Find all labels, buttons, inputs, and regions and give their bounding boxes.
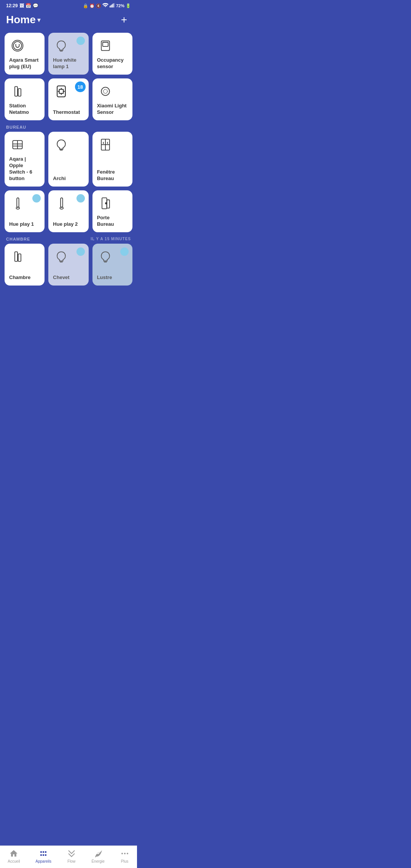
svg-rect-39 <box>107 200 109 208</box>
hue-play1-label: Hue play 1 <box>9 221 40 228</box>
hue-lamp-icon <box>53 37 70 54</box>
gallery-icon: 🖼 <box>19 3 24 8</box>
page-title[interactable]: Home ▾ <box>6 14 40 26</box>
aqara-opple-icon <box>9 136 26 153</box>
fenetre-bureau-label: Fenêtre Bureau <box>97 169 128 182</box>
chambre-grid: Chambre Chevet Lustre <box>0 244 137 286</box>
occupancy-icon <box>97 37 114 54</box>
svg-rect-16 <box>59 89 64 94</box>
station-netatmo-label: Station Netatmo <box>9 103 40 116</box>
hue-play1-toggle[interactable] <box>32 194 41 203</box>
chambre-icon <box>9 248 26 265</box>
thermostat-label: Thermostat <box>53 109 84 116</box>
status-time: 12:29 🖼 📅 💬 <box>6 3 38 8</box>
svg-rect-13 <box>15 86 18 96</box>
hue-play2-toggle[interactable] <box>76 194 85 203</box>
svg-point-22 <box>103 89 107 94</box>
bureau-grid: Aqara | Opple Switch - 6 button Archi Fe… <box>0 132 137 232</box>
device-card-fenetre-bureau[interactable]: Fenêtre Bureau <box>92 132 132 187</box>
device-card-occupancy[interactable]: Occupancy sensor <box>92 33 132 75</box>
aqara-plug-label: Aqara Smart plug (EU) <box>9 57 40 70</box>
chevron-down-icon: ▾ <box>37 16 40 24</box>
device-card-xiaomi-light[interactable]: Xiaomi Light Sensor <box>92 78 132 120</box>
station-netatmo-icon <box>9 83 26 100</box>
lustre-toggle[interactable] <box>120 247 129 256</box>
device-card-thermostat[interactable]: 18 Thermostat <box>48 78 88 120</box>
alarm-icon: ⏰ <box>89 3 95 8</box>
chambre-section-label: CHAMBRE IL Y A 15 MINUTES <box>0 232 137 244</box>
lustre-label: Lustre <box>97 274 128 281</box>
device-card-hue-white-lamp[interactable]: Hue white lamp 1 <box>48 33 88 75</box>
aqara-plug-icon <box>9 37 26 54</box>
device-card-hue-play-2[interactable]: Hue play 2 <box>48 190 88 232</box>
svg-rect-4 <box>114 3 115 7</box>
svg-rect-0 <box>110 6 110 7</box>
device-card-aqara-opple[interactable]: Aqara | Opple Switch - 6 button <box>5 132 45 187</box>
add-button[interactable]: + <box>117 13 131 27</box>
svg-point-35 <box>16 207 19 209</box>
svg-point-6 <box>13 41 22 50</box>
status-indicators: 🔒 ⏰ 🔇 72% 🔋 <box>83 3 131 8</box>
hue-play2-icon <box>53 195 70 212</box>
time-display: 12:29 <box>6 3 18 8</box>
battery-icon: 🔋 <box>126 3 131 8</box>
xiaomi-light-label: Xiaomi Light Sensor <box>97 103 128 116</box>
device-card-lustre[interactable]: Lustre <box>92 244 132 286</box>
lustre-icon <box>97 248 114 265</box>
svg-rect-12 <box>102 42 108 46</box>
svg-rect-14 <box>18 89 21 96</box>
wifi-icon <box>102 3 108 8</box>
svg-rect-34 <box>17 198 19 207</box>
svg-rect-1 <box>111 5 112 7</box>
thermostat-icon <box>53 83 70 100</box>
calendar-icon: 📅 <box>25 3 31 8</box>
device-card-chevet[interactable]: Chevet <box>48 244 88 286</box>
archi-label: Archi <box>53 176 84 182</box>
signal-icon <box>110 3 115 8</box>
svg-rect-42 <box>18 254 21 261</box>
svg-rect-2 <box>112 4 113 7</box>
chevet-icon <box>53 248 70 265</box>
chevet-label: Chevet <box>53 274 84 281</box>
svg-point-40 <box>105 203 107 204</box>
mute-icon: 🔇 <box>96 3 101 8</box>
device-card-chambre[interactable]: Chambre <box>5 244 45 286</box>
hue-lamp-label: Hue white lamp 1 <box>53 57 84 70</box>
device-card-hue-play-1[interactable]: Hue play 1 <box>5 190 45 232</box>
chevet-toggle[interactable] <box>76 247 85 256</box>
main-grid: Aqara Smart plug (EU) Hue white lamp 1 O… <box>0 33 137 120</box>
archi-icon <box>53 136 70 153</box>
porte-bureau-icon <box>97 195 114 212</box>
bureau-section-label: BUREAU <box>0 120 137 132</box>
svg-rect-36 <box>61 198 63 207</box>
message-icon: 💬 <box>33 3 38 8</box>
status-bar: 12:29 🖼 📅 💬 🔒 ⏰ 🔇 72% 🔋 <box>0 0 137 10</box>
svg-rect-41 <box>15 252 18 261</box>
svg-point-21 <box>101 87 110 96</box>
hue-lamp-toggle[interactable] <box>76 37 85 45</box>
xiaomi-light-icon <box>97 83 114 100</box>
lock-icon: 🔒 <box>83 3 88 8</box>
svg-point-37 <box>60 207 64 209</box>
fenetre-bureau-icon <box>97 136 114 153</box>
porte-bureau-label: Porte Bureau <box>97 215 128 228</box>
battery-display: 72% <box>116 3 124 8</box>
hue-play1-icon <box>9 195 26 212</box>
aqara-opple-label: Aqara | Opple Switch - 6 button <box>9 156 40 182</box>
device-card-aqara-plug[interactable]: Aqara Smart plug (EU) <box>5 33 45 75</box>
chambre-label: Chambre <box>9 274 40 281</box>
device-card-station-netatmo[interactable]: Station Netatmo <box>5 78 45 120</box>
svg-rect-3 <box>113 3 113 8</box>
occupancy-label: Occupancy sensor <box>97 57 128 70</box>
device-card-porte-bureau[interactable]: Porte Bureau <box>92 190 132 232</box>
device-card-archi[interactable]: Archi <box>48 132 88 187</box>
thermostat-badge: 18 <box>75 81 86 92</box>
header: Home ▾ + <box>0 10 137 33</box>
hue-play2-label: Hue play 2 <box>53 221 84 228</box>
